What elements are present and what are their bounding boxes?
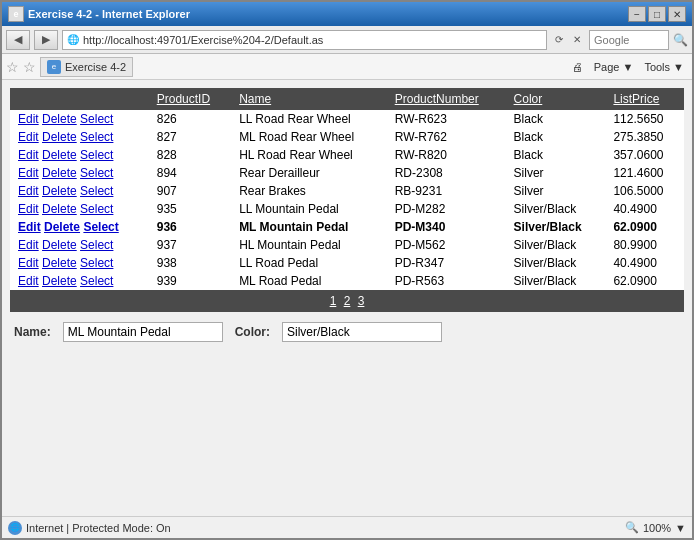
- row-actions: Edit Delete Select: [10, 236, 149, 254]
- page-button[interactable]: Page ▼: [590, 60, 638, 74]
- row-actions: Edit Delete Select: [10, 272, 149, 290]
- status-bar: 🌐 Internet | Protected Mode: On 🔍 100% ▼: [2, 516, 692, 538]
- cell-price: 357.0600: [605, 146, 684, 164]
- cell-name: Rear Brakes: [231, 182, 387, 200]
- delete-link[interactable]: Delete: [42, 274, 77, 288]
- cell-number: PD-M282: [387, 200, 506, 218]
- cell-color: Silver: [506, 164, 606, 182]
- table-header-row: ProductID Name ProductNumber Color ListP…: [10, 88, 684, 110]
- favorites-star2[interactable]: ☆: [23, 59, 36, 75]
- tools-button[interactable]: Tools ▼: [640, 60, 688, 74]
- delete-link[interactable]: Delete: [42, 112, 77, 126]
- edit-link[interactable]: Edit: [18, 148, 39, 162]
- cell-name: Rear Derailleur: [231, 164, 387, 182]
- select-link[interactable]: Select: [80, 274, 113, 288]
- delete-link[interactable]: Delete: [44, 220, 80, 234]
- cell-name: ML Road Rear Wheel: [231, 128, 387, 146]
- delete-link[interactable]: Delete: [42, 202, 77, 216]
- table-row: Edit Delete Select894Rear DerailleurRD-2…: [10, 164, 684, 182]
- col-name[interactable]: Name: [231, 88, 387, 110]
- cell-id: 938: [149, 254, 231, 272]
- cell-number: PD-R347: [387, 254, 506, 272]
- select-link[interactable]: Select: [80, 148, 113, 162]
- minimize-button[interactable]: −: [628, 6, 646, 22]
- select-link[interactable]: Select: [80, 130, 113, 144]
- table-row: Edit Delete Select938LL Road PedalPD-R34…: [10, 254, 684, 272]
- select-link[interactable]: Select: [83, 220, 118, 234]
- edit-link[interactable]: Edit: [18, 238, 39, 252]
- select-link[interactable]: Select: [80, 184, 113, 198]
- cell-color: Silver/Black: [506, 236, 606, 254]
- tab-area[interactable]: e Exercise 4-2: [40, 57, 133, 77]
- edit-link[interactable]: Edit: [18, 130, 39, 144]
- edit-link[interactable]: Edit: [18, 220, 41, 234]
- cell-name: ML Mountain Pedal: [231, 218, 387, 236]
- delete-link[interactable]: Delete: [42, 130, 77, 144]
- forward-button[interactable]: ▶: [34, 30, 58, 50]
- name-input[interactable]: [63, 322, 223, 342]
- address-icon: 🌐: [67, 34, 79, 45]
- edit-link[interactable]: Edit: [18, 184, 39, 198]
- favorites-star1[interactable]: ☆: [6, 59, 19, 75]
- cell-number: RW-R820: [387, 146, 506, 164]
- edit-link[interactable]: Edit: [18, 166, 39, 180]
- title-bar-left: e Exercise 4-2 - Internet Explorer: [8, 6, 190, 22]
- address-text: http://localhost:49701/Exercise%204-2/De…: [83, 34, 542, 46]
- print-button[interactable]: 🖨: [568, 60, 587, 74]
- cell-price: 121.4600: [605, 164, 684, 182]
- cell-name: HL Mountain Pedal: [231, 236, 387, 254]
- back-button[interactable]: ◀: [6, 30, 30, 50]
- select-link[interactable]: Select: [80, 238, 113, 252]
- delete-link[interactable]: Delete: [42, 184, 77, 198]
- restore-button[interactable]: □: [648, 6, 666, 22]
- row-actions: Edit Delete Select: [10, 146, 149, 164]
- table-row: Edit Delete Select907Rear BrakesRB-9231S…: [10, 182, 684, 200]
- select-link[interactable]: Select: [80, 256, 113, 270]
- nav-bar: ◀ ▶ 🌐 http://localhost:49701/Exercise%20…: [2, 26, 692, 54]
- table-row: Edit Delete Select826LL Road Rear WheelR…: [10, 110, 684, 128]
- col-listprice[interactable]: ListPrice: [605, 88, 684, 110]
- stop-button[interactable]: ✕: [569, 32, 585, 47]
- cell-price: 80.9900: [605, 236, 684, 254]
- search-icon[interactable]: 🔍: [673, 33, 688, 47]
- cell-color: Silver/Black: [506, 254, 606, 272]
- page-3-link[interactable]: 3: [358, 294, 365, 308]
- toolbar-right: 🖨 Page ▼ Tools ▼: [568, 60, 688, 74]
- delete-link[interactable]: Delete: [42, 148, 77, 162]
- col-productid[interactable]: ProductID: [149, 88, 231, 110]
- edit-link[interactable]: Edit: [18, 256, 39, 270]
- color-label: Color:: [235, 325, 270, 339]
- delete-link[interactable]: Delete: [42, 166, 77, 180]
- zoom-icon[interactable]: 🔍: [625, 521, 639, 534]
- refresh-button[interactable]: ⟳: [551, 32, 567, 47]
- col-productnumber[interactable]: ProductNumber: [387, 88, 506, 110]
- edit-link[interactable]: Edit: [18, 202, 39, 216]
- status-text: Internet | Protected Mode: On: [26, 522, 171, 534]
- edit-link[interactable]: Edit: [18, 112, 39, 126]
- delete-link[interactable]: Delete: [42, 238, 77, 252]
- page-content: ProductID Name ProductNumber Color ListP…: [2, 80, 692, 354]
- tab-icon: e: [47, 60, 61, 74]
- cell-name: LL Road Rear Wheel: [231, 110, 387, 128]
- row-actions: Edit Delete Select: [10, 182, 149, 200]
- zoom-dropdown[interactable]: ▼: [675, 522, 686, 534]
- name-label: Name:: [14, 325, 51, 339]
- status-right: 🔍 100% ▼: [625, 521, 686, 534]
- page-1-link[interactable]: 1: [330, 294, 337, 308]
- close-button[interactable]: ✕: [668, 6, 686, 22]
- color-input[interactable]: [282, 322, 442, 342]
- edit-link[interactable]: Edit: [18, 274, 39, 288]
- cell-number: RD-2308: [387, 164, 506, 182]
- search-input[interactable]: [589, 30, 669, 50]
- page-2-link[interactable]: 2: [344, 294, 351, 308]
- cell-price: 40.4900: [605, 254, 684, 272]
- delete-link[interactable]: Delete: [42, 256, 77, 270]
- col-color[interactable]: Color: [506, 88, 606, 110]
- cell-price: 62.0900: [605, 272, 684, 290]
- select-link[interactable]: Select: [80, 112, 113, 126]
- select-link[interactable]: Select: [80, 202, 113, 216]
- select-link[interactable]: Select: [80, 166, 113, 180]
- table-row: Edit Delete Select937HL Mountain PedalPD…: [10, 236, 684, 254]
- zoom-level: 100%: [643, 522, 671, 534]
- address-bar[interactable]: 🌐 http://localhost:49701/Exercise%204-2/…: [62, 30, 547, 50]
